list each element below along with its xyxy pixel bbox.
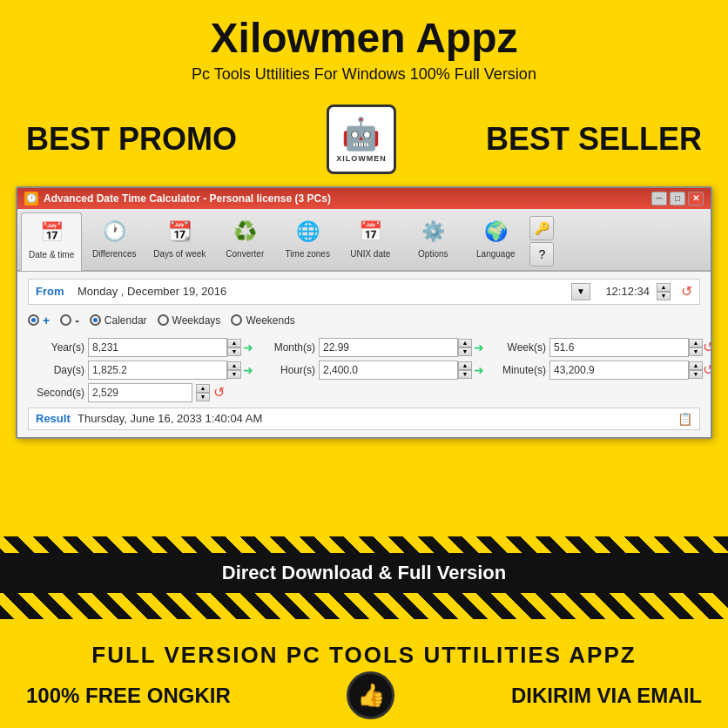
from-date-display: Monday , December 19, 2016 [78, 285, 564, 298]
minutes-spin-down[interactable]: ▼ [689, 370, 703, 379]
weeks-spin[interactable]: ▲ ▼ [689, 339, 703, 356]
result-value: Thursday, June 16, 2033 1:40:04 AM [78, 412, 671, 425]
download-bar: Direct Download & Full Version [0, 553, 728, 593]
seconds-input[interactable] [88, 383, 192, 402]
tab-time-zones-label: Time zones [286, 249, 330, 259]
months-spin-down[interactable]: ▼ [458, 347, 472, 356]
tab-date-time-label: Date & time [29, 250, 74, 260]
app-subtitle: Pc Tools Uttilities For Windows 100% Ful… [26, 65, 702, 84]
time-spin-up[interactable]: ▲ [657, 283, 671, 292]
radio-calendar-circle [90, 314, 101, 326]
tab-options[interactable]: ⚙️ Options [402, 212, 463, 270]
months-row: Month(s) ▲ ▼ ➜ [259, 338, 486, 357]
minimize-button[interactable]: ─ [651, 192, 667, 206]
date-dropdown-button[interactable]: ▼ [571, 283, 590, 300]
hours-spin-up[interactable]: ▲ [458, 361, 472, 370]
time-spin-down[interactable]: ▼ [657, 292, 671, 300]
title-bar-left: 🕐 Advanced Date Time Calculator - Person… [24, 192, 331, 206]
months-input[interactable] [319, 338, 458, 357]
stripe-bottom [0, 593, 728, 619]
window-controls[interactable]: ─ □ ✕ [651, 192, 704, 206]
seconds-row: Second(s) ▲ ▼ ↺ [28, 383, 700, 402]
radio-weekends-group[interactable]: Weekends [231, 314, 294, 327]
unix-date-icon: 📅 [354, 216, 386, 247]
radio-weekdays-label: Weekdays [172, 314, 221, 327]
seconds-refresh-icon[interactable]: ↺ [213, 384, 225, 401]
days-spin-down[interactable]: ▼ [227, 370, 241, 379]
seconds-label: Second(s) [28, 387, 84, 399]
app-window-wrapper: 🕐 Advanced Date Time Calculator - Person… [0, 186, 728, 439]
minutes-input-group: ▲ ▼ ↺ [549, 361, 712, 380]
tab-language-label: Language [476, 249, 516, 259]
weeks-spin-down[interactable]: ▼ [689, 347, 703, 356]
weeks-input[interactable] [549, 338, 689, 357]
radio-minus-group[interactable]: - [60, 313, 79, 327]
tab-time-zones[interactable]: 🌐 Time zones [277, 212, 338, 270]
years-input[interactable] [88, 338, 227, 357]
years-label: Year(s) [28, 341, 84, 354]
copy-button[interactable]: 📋 [677, 412, 692, 426]
bottom-left-text: 100% FREE ONGKIR [26, 684, 231, 708]
toolbar: 📅 Date & time 🕐 Differences 📆 Days of we… [17, 209, 711, 272]
app-window: 🕐 Advanced Date Time Calculator - Person… [16, 186, 712, 439]
bottom-right-text: DIKIRIM VIA EMAIL [511, 684, 702, 708]
years-spin-down[interactable]: ▼ [227, 347, 241, 356]
seconds-spin[interactable]: ▲ ▼ [196, 384, 210, 401]
result-label: Result [36, 412, 71, 425]
hours-label: Hour(s) [259, 364, 315, 376]
help-button[interactable]: ? [529, 242, 554, 266]
minutes-spin-up[interactable]: ▲ [689, 361, 703, 370]
hours-spin-down[interactable]: ▼ [458, 370, 472, 379]
tab-unix-date[interactable]: 📅 UNIX date [340, 212, 401, 270]
extra-buttons: 🔑 ? [528, 212, 556, 270]
days-arrow-icon: ➜ [243, 363, 253, 377]
logo-label: XILOWMEN [336, 154, 387, 163]
days-spin[interactable]: ▲ ▼ [227, 361, 241, 379]
radio-weekdays-group[interactable]: Weekdays [158, 314, 221, 327]
years-spin[interactable]: ▲ ▼ [227, 339, 241, 356]
years-spin-up[interactable]: ▲ [227, 339, 241, 347]
tab-days-of-week[interactable]: 📆 Days of week [146, 212, 212, 270]
from-time-display: 12:12:34 [597, 285, 650, 298]
months-spin[interactable]: ▲ ▼ [458, 339, 472, 356]
days-input[interactable] [88, 361, 227, 380]
radio-plus-group[interactable]: + [28, 313, 50, 327]
promo-bar: BEST PROMO 🤖 XILOWMEN BEST SELLER [0, 98, 728, 181]
minutes-refresh-icon[interactable]: ↺ [703, 361, 712, 378]
bottom-bar: 100% FREE ONGKIR 👍 DIKIRIM VIA EMAIL [0, 663, 728, 728]
tab-language[interactable]: 🌍 Language [465, 212, 526, 270]
tab-converter[interactable]: ♻️ Converter [214, 212, 275, 270]
tab-options-label: Options [418, 249, 448, 259]
months-label: Month(s) [259, 341, 315, 354]
radio-weekends-label: Weekends [246, 314, 294, 327]
weeks-spin-up[interactable]: ▲ [689, 339, 703, 347]
radio-plus-sign: + [43, 313, 50, 327]
language-icon: 🌍 [480, 216, 511, 247]
refresh-button[interactable]: ↺ [681, 283, 692, 300]
time-spin-control[interactable]: ▲ ▼ [657, 283, 671, 300]
weeks-row: Week(s) ▲ ▼ ↺ [489, 338, 712, 357]
minutes-spin[interactable]: ▲ ▼ [689, 361, 703, 379]
seconds-spin-up[interactable]: ▲ [196, 384, 210, 393]
minutes-input[interactable] [549, 361, 689, 380]
years-input-group: ▲ ▼ ➜ [88, 338, 255, 357]
hours-input[interactable] [319, 361, 458, 380]
seconds-spin-down[interactable]: ▼ [196, 393, 210, 401]
radio-calendar-group[interactable]: Calendar [90, 314, 147, 327]
close-button[interactable]: ✕ [688, 192, 704, 206]
hours-arrow-icon: ➜ [474, 363, 484, 377]
fields-grid-row2: Day(s) ▲ ▼ ➜ Hour(s) [28, 361, 700, 380]
months-spin-up[interactable]: ▲ [458, 339, 472, 347]
days-spin-up[interactable]: ▲ [227, 361, 241, 370]
weeks-input-group: ▲ ▼ ↺ [549, 338, 712, 357]
tab-date-time[interactable]: 📅 Date & time [21, 212, 82, 271]
years-row: Year(s) ▲ ▼ ➜ [28, 338, 255, 357]
tab-differences[interactable]: 🕐 Differences [84, 212, 145, 270]
hours-spin[interactable]: ▲ ▼ [458, 361, 472, 379]
days-of-week-icon: 📆 [164, 216, 195, 247]
key-button[interactable]: 🔑 [529, 216, 554, 240]
weeks-refresh-icon[interactable]: ↺ [703, 339, 712, 355]
from-label: From [36, 285, 71, 298]
maximize-button[interactable]: □ [670, 192, 685, 206]
thumb-icon: 👍 [347, 671, 394, 719]
